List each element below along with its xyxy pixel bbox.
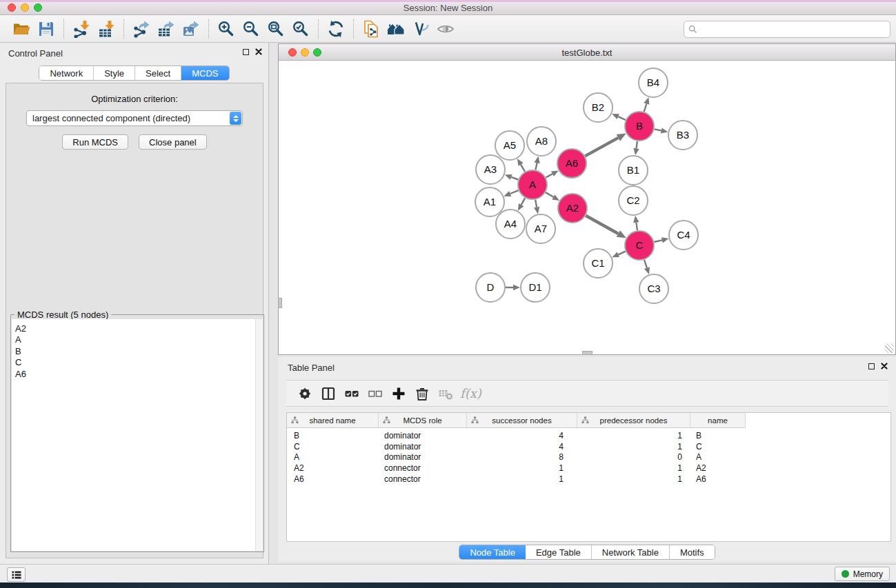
tab-node-table[interactable]: Node Table (459, 545, 526, 559)
cell-name[interactable]: A (690, 452, 746, 462)
graphics-details-button[interactable] (408, 18, 433, 40)
network-window-titlebar[interactable]: testGlobe.txt (279, 44, 895, 61)
mcds-result-item[interactable]: A2 (15, 323, 259, 334)
edge-A-A4[interactable] (518, 198, 525, 211)
graph-node-A5[interactable]: A5 (495, 131, 524, 160)
cell-name[interactable]: A2 (690, 463, 746, 473)
cell-name[interactable]: A6 (690, 474, 746, 484)
vertical-scroll-thumb[interactable] (278, 298, 282, 308)
edge-A-A1[interactable] (504, 190, 518, 196)
column-header-name[interactable]: name (690, 413, 746, 428)
float-panel-icon[interactable] (243, 49, 249, 55)
cell-successor-nodes[interactable]: 1 (467, 463, 577, 473)
graph-node-C4[interactable]: C4 (669, 221, 698, 250)
edge-C-C2[interactable] (633, 216, 639, 230)
graph-node-A7[interactable]: A7 (526, 214, 555, 243)
column-header-successor-nodes[interactable]: successor nodes (467, 413, 577, 428)
edge-B-B2[interactable] (612, 114, 626, 120)
zoom-fit-button[interactable] (263, 18, 288, 40)
edge-B-B1[interactable] (633, 141, 639, 155)
edge-A-A7[interactable] (534, 200, 539, 214)
edge-A-A2[interactable] (546, 192, 559, 201)
export-network-button[interactable] (129, 18, 154, 40)
graph-node-C1[interactable]: C1 (584, 249, 613, 278)
graph-node-A2[interactable]: A2 (558, 194, 587, 223)
edge-C-C1[interactable] (612, 252, 626, 258)
show-hide-button[interactable] (433, 18, 458, 40)
close-panel-icon[interactable] (255, 48, 262, 55)
edge-C-C4[interactable] (654, 237, 668, 243)
horizontal-scroll-thumb[interactable] (582, 351, 593, 355)
cell-shared-name[interactable]: A6 (287, 474, 379, 484)
network-graph[interactable]: B4B2BB3A5A8A6B1A3AC2A1A2A4A7CC4C1C3DD1 (279, 61, 895, 354)
apply-layout-button[interactable] (323, 18, 348, 40)
mcds-result-item[interactable]: A6 (15, 369, 259, 380)
cell-successor-nodes[interactable]: 4 (467, 442, 577, 452)
table-row-C[interactable]: Cdominator41C (287, 441, 890, 452)
cell-successor-nodes[interactable]: 1 (467, 474, 577, 484)
column-header-MCDS-role[interactable]: MCDS role (379, 413, 467, 428)
search-input[interactable] (697, 23, 890, 37)
edge-A-A5[interactable] (517, 159, 525, 172)
delete-table-button[interactable] (434, 383, 457, 404)
graph-node-D1[interactable]: D1 (521, 273, 550, 302)
edge-A-A3[interactable] (505, 174, 519, 180)
cell-shared-name[interactable]: A (287, 452, 379, 462)
result-scrollbar[interactable] (255, 319, 263, 551)
close-table-panel-icon[interactable] (881, 363, 888, 369)
run-mcds-button[interactable]: Run MCDS (62, 134, 128, 150)
cell-successor-nodes[interactable]: 8 (467, 452, 577, 462)
graph-node-D[interactable]: D (476, 273, 505, 302)
graph-node-B3[interactable]: B3 (668, 121, 697, 150)
edge-C-C3[interactable] (644, 260, 650, 274)
graph-node-B[interactable]: B (625, 112, 654, 141)
function-builder-button[interactable]: f(x) (457, 386, 481, 401)
add-button[interactable] (387, 383, 410, 404)
edge-A2-C[interactable] (586, 216, 626, 239)
deselect-all-button[interactable] (364, 383, 387, 404)
tab-motifs[interactable]: Motifs (670, 545, 715, 559)
table-row-B[interactable]: Bdominator41B (287, 430, 890, 441)
graph-node-A4[interactable]: A4 (496, 210, 525, 239)
float-table-panel-icon[interactable] (868, 363, 875, 369)
cell-predecessor-nodes[interactable]: 0 (577, 452, 690, 462)
zoom-selected-button[interactable] (288, 18, 313, 40)
network-canvas[interactable]: B4B2BB3A5A8A6B1A3AC2A1A2A4A7CC4C1C3DD1 (279, 61, 895, 354)
cell-MCDS-role[interactable]: dominator (379, 442, 467, 452)
tab-mcds[interactable]: MCDS (181, 66, 228, 80)
graph-node-B2[interactable]: B2 (584, 93, 613, 122)
cell-MCDS-role[interactable]: dominator (379, 452, 467, 462)
show-panels-button[interactable] (7, 567, 26, 582)
export-image-button[interactable] (179, 18, 203, 40)
delete-button[interactable] (410, 383, 434, 404)
mcds-result-item[interactable]: C (15, 357, 259, 368)
edge-D-D1[interactable] (506, 285, 520, 290)
cell-predecessor-nodes[interactable]: 1 (577, 463, 690, 473)
graph-node-C[interactable]: C (625, 231, 654, 260)
export-table-button[interactable] (154, 18, 179, 40)
cell-shared-name[interactable]: B (287, 431, 379, 440)
edge-A-A6[interactable] (546, 171, 558, 178)
column-header-shared-name[interactable]: shared name (287, 413, 379, 428)
open-session-button[interactable] (9, 18, 34, 40)
edge-A-A8[interactable] (534, 156, 539, 170)
select-all-button[interactable] (340, 383, 364, 404)
cell-name[interactable]: C (690, 442, 746, 452)
mcds-result-item[interactable]: B (15, 346, 259, 357)
columns-button[interactable] (317, 383, 340, 404)
edge-A6-B[interactable] (585, 134, 626, 156)
graph-node-A6[interactable]: A6 (557, 149, 586, 178)
edge-B-B3[interactable] (655, 128, 668, 133)
tab-edge-table[interactable]: Edge Table (526, 545, 592, 559)
graph-node-C2[interactable]: C2 (619, 186, 648, 215)
graph-node-A8[interactable]: A8 (527, 127, 556, 156)
tab-select[interactable]: Select (135, 66, 181, 80)
cell-successor-nodes[interactable]: 4 (467, 431, 577, 440)
cell-predecessor-nodes[interactable]: 1 (577, 431, 690, 440)
zoom-in-button[interactable] (214, 18, 239, 40)
save-session-button[interactable] (34, 18, 59, 40)
cell-shared-name[interactable]: A2 (287, 463, 379, 473)
cell-shared-name[interactable]: C (287, 442, 379, 452)
cell-MCDS-role[interactable]: connector (379, 463, 467, 473)
criterion-dropdown[interactable]: largest connected component (directed) (26, 110, 243, 126)
